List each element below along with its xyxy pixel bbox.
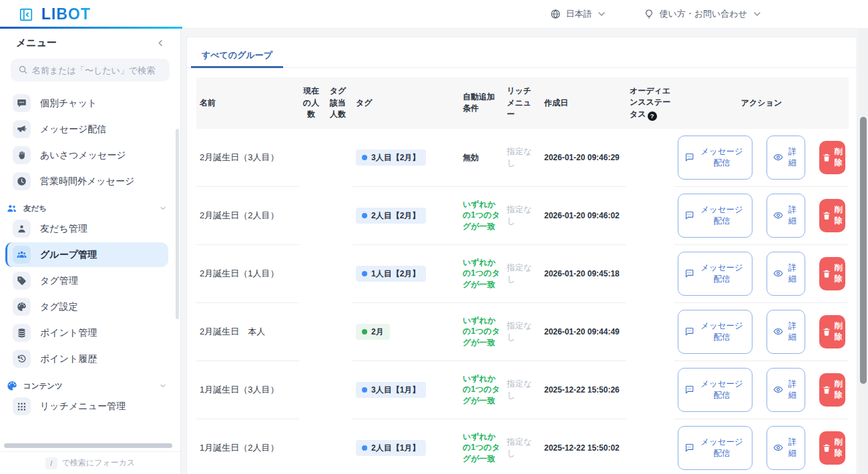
palette-icon — [13, 298, 31, 316]
message-button[interactable]: メッセージ配信 — [678, 368, 752, 412]
column-header-audience: オーディエンスステータス? — [626, 77, 674, 129]
sidebar-item[interactable]: 個別チャット — [5, 91, 168, 115]
lightbulb-icon — [644, 9, 654, 19]
help-menu[interactable]: 使い方・お問い合わせ — [644, 8, 763, 20]
detail-button[interactable]: 詳細 — [767, 252, 805, 296]
sidebar-section[interactable]: コンテンツ — [7, 381, 167, 391]
actions-cell: メッセージ配信詳細削除 — [674, 419, 849, 474]
column-header-tag_count: タグ該当人数 — [323, 77, 353, 129]
bubble-icon — [684, 152, 694, 162]
tag-cell: 2人目【1月】 — [353, 419, 459, 474]
tag-pill: 3人目【1月】 — [356, 382, 426, 398]
tag-pill: 3人目【2月】 — [356, 150, 426, 166]
message-button[interactable]: メッセージ配信 — [678, 136, 752, 180]
detail-button[interactable]: 詳細 — [767, 310, 805, 354]
created-date: 2026-01-20 09:45:18 — [541, 244, 626, 302]
current-count — [299, 186, 323, 244]
auto-add-condition: いずれかの1つのタグが一致 — [459, 244, 503, 302]
sidebar-item-label: リッチメニュー管理 — [40, 401, 126, 413]
tag-dot — [362, 329, 367, 334]
sidebar-item[interactable]: リッチメニュー管理 — [5, 394, 168, 419]
delete-button[interactable]: 削除 — [819, 199, 845, 232]
column-header-name: 名前 — [196, 77, 299, 129]
auto-add-condition: いずれかの1つのタグが一致 — [459, 361, 503, 419]
detail-button[interactable]: 詳細 — [767, 426, 805, 470]
eye-icon — [773, 326, 783, 336]
delete-button[interactable]: 削除 — [819, 373, 845, 407]
auto-add-condition: いずれかの1つのタグが一致 — [459, 419, 503, 474]
language-selector[interactable]: 日本語 — [550, 8, 607, 20]
sidebar-section-label: 友だち — [23, 204, 153, 214]
delete-button[interactable]: 削除 — [819, 431, 845, 465]
bubble-icon — [684, 385, 694, 395]
current-count — [299, 129, 323, 187]
sidebar-section[interactable]: 友だち — [7, 203, 167, 214]
sidebar-vertical-scrollbar[interactable] — [176, 129, 179, 319]
sidebar-item[interactable]: タグ設定 — [5, 294, 168, 319]
bubble-icon — [684, 326, 694, 336]
sidebar-item[interactable]: グループ管理 — [5, 242, 168, 267]
created-date: 2026-01-20 09:46:02 — [541, 186, 626, 244]
help-icon[interactable]: ? — [648, 111, 657, 121]
tab-bar: すべてのグループ — [187, 37, 857, 68]
sidebar-item-label: メッセージ配信 — [40, 124, 106, 136]
sidebar-item-label: ポイント管理 — [40, 327, 97, 339]
sidebar-search-input[interactable] — [11, 59, 170, 81]
eye-icon — [773, 210, 783, 220]
audience-status — [626, 361, 674, 419]
sidebar-item[interactable]: あいさつメッセージ — [5, 143, 168, 168]
tag-pill: 2月 — [356, 324, 390, 340]
tab-all-groups[interactable]: すべてのグループ — [191, 44, 283, 68]
tag-dot — [362, 271, 367, 276]
tag-dot — [362, 213, 367, 218]
created-date: 2025-12-22 15:50:02 — [541, 419, 626, 474]
detail-button[interactable]: 詳細 — [767, 194, 805, 238]
tag-match-count — [323, 186, 353, 244]
message-button[interactable]: メッセージ配信 — [678, 252, 752, 296]
palette-icon — [7, 381, 17, 391]
message-button[interactable]: メッセージ配信 — [678, 426, 752, 470]
rich-menu-cell: 指定なし — [503, 419, 541, 474]
detail-button[interactable]: 詳細 — [767, 368, 805, 412]
sidebar-item[interactable]: 友だち管理 — [5, 216, 168, 241]
main-content: すべてのグループ 名前現在の人数タグ該当人数タグ自動追加条件リッチメニュー作成日… — [181, 29, 868, 474]
detail-button[interactable]: 詳細 — [767, 136, 805, 180]
eye-icon — [773, 385, 783, 395]
rich-menu-cell: 指定なし — [503, 302, 541, 361]
sidebar-collapse-icon[interactable] — [156, 38, 166, 48]
clock-icon — [13, 172, 31, 190]
column-header-rich_menu: リッチメニュー — [503, 77, 541, 129]
trash-icon — [822, 443, 831, 453]
tag-cell: 2月 — [353, 302, 459, 361]
delete-button[interactable]: 削除 — [819, 257, 845, 290]
sidebar-horizontal-scrollbar[interactable] — [4, 443, 172, 448]
message-button[interactable]: メッセージ配信 — [678, 310, 752, 354]
created-date: 2026-01-20 09:46:29 — [541, 129, 626, 187]
trash-icon — [822, 385, 831, 395]
sidebar-toggle-icon[interactable] — [19, 7, 33, 22]
group-name: 2月誕生日 本人 — [196, 302, 299, 361]
audience-status — [626, 419, 674, 474]
message-button[interactable]: メッセージ配信 — [678, 194, 752, 238]
groups-card: すべてのグループ 名前現在の人数タグ該当人数タグ自動追加条件リッチメニュー作成日… — [186, 37, 857, 474]
group-name: 2月誕生日（3人目） — [196, 129, 299, 187]
sidebar-item[interactable]: メッセージ配信 — [5, 117, 168, 142]
tag-cell: 3人目【1月】 — [353, 361, 459, 419]
sidebar-item[interactable]: タグ管理 — [5, 268, 168, 293]
slash-key-badge: / — [45, 457, 57, 469]
delete-button[interactable]: 削除 — [819, 315, 845, 348]
sidebar-item[interactable]: 営業時間外メッセージ — [5, 169, 168, 194]
tag-pill: 2人目【1月】 — [356, 440, 426, 456]
users-icon — [7, 203, 17, 214]
column-header-condition: 自動追加条件 — [459, 77, 503, 129]
hand-icon — [13, 146, 31, 164]
sidebar-item[interactable]: ポイント履歴 — [5, 346, 168, 371]
app-logo[interactable]: LIBOT — [41, 5, 91, 23]
table-row: 1月誕生日（3人目）3人目【1月】いずれかの1つのタグが一致指定なし2025-1… — [196, 361, 849, 419]
language-label: 日本語 — [566, 8, 592, 20]
sidebar-item[interactable]: ポイント管理 — [5, 320, 168, 345]
delete-button[interactable]: 削除 — [819, 141, 845, 174]
tag-cell: 2人目【2月】 — [353, 186, 459, 244]
grid-icon — [13, 397, 31, 415]
trash-icon — [822, 327, 831, 336]
